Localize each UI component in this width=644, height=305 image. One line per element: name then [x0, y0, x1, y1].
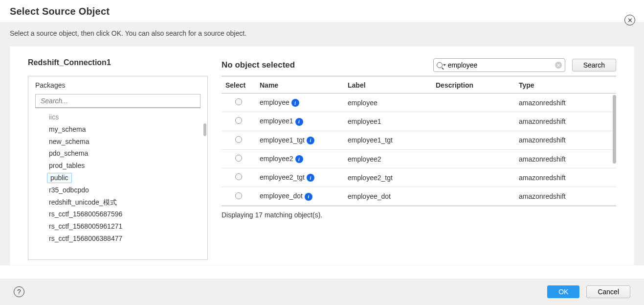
row-description: [432, 149, 515, 168]
main-panel: Redshift_Connection1 Packages iicsmy_sch…: [10, 46, 634, 265]
chevron-down-icon[interactable]: [443, 64, 446, 66]
table-row[interactable]: employee2_tgtiemployee2_tgtamazonredshif…: [222, 168, 616, 187]
packages-tree[interactable]: iicsmy_schemanew_schemapdo_schemaprod_ta…: [35, 111, 200, 259]
packages-column: Redshift_Connection1 Packages iicsmy_sch…: [28, 58, 208, 260]
table-scrollbar[interactable]: [613, 95, 616, 164]
row-label: employee1: [344, 112, 432, 131]
info-icon[interactable]: i: [307, 174, 314, 182]
dialog-subtitle: Select a source object, then click OK. Y…: [0, 23, 644, 46]
row-description: [432, 112, 515, 131]
row-type: amazonredshift: [515, 112, 616, 131]
info-icon[interactable]: i: [291, 99, 299, 107]
col-header-description: Description: [432, 76, 515, 94]
tree-item[interactable]: rs_cctf_1568005961271: [47, 220, 200, 233]
ok-button[interactable]: OK: [547, 285, 579, 298]
tree-item[interactable]: new_schema: [47, 136, 200, 148]
results-table: Select Name Label Description Type emplo…: [222, 76, 616, 206]
row-name: employee: [260, 98, 289, 106]
tree-item[interactable]: prod_tables: [47, 160, 200, 172]
row-type: amazonredshift: [515, 187, 616, 206]
tree-item[interactable]: rs_cctf_1568006388477: [47, 233, 200, 245]
table-row[interactable]: employeeiemployeeamazonredshift: [222, 94, 616, 112]
close-icon[interactable]: ✕: [624, 15, 635, 25]
object-search-input[interactable]: [448, 61, 553, 69]
tree-item[interactable]: rs_cctf_1568005687596: [47, 208, 200, 220]
search-button[interactable]: Search: [572, 59, 616, 71]
row-label: employee2_tgt: [344, 168, 432, 187]
tree-item[interactable]: redshift_unicode_模式: [47, 196, 200, 209]
dialog-footer: ? OK Cancel: [0, 279, 644, 305]
results-table-wrap: Select Name Label Description Type emplo…: [222, 76, 616, 206]
packages-search-input[interactable]: [35, 94, 200, 108]
row-description: [432, 168, 515, 187]
object-search-box: ✕: [433, 58, 565, 72]
table-row[interactable]: employee1_tgtiemployee1_tgtamazonredshif…: [222, 131, 616, 149]
row-type: amazonredshift: [515, 149, 616, 168]
result-summary: Displaying 17 matching object(s).: [222, 206, 616, 219]
dialog-title: Select Source Object: [0, 0, 644, 23]
row-name: employee1_tgt: [260, 136, 305, 144]
connection-name: Redshift_Connection1: [28, 58, 208, 67]
row-radio[interactable]: [235, 117, 242, 124]
table-row[interactable]: employee1iemployee1amazonredshift: [222, 112, 616, 131]
table-row[interactable]: employee_dotiemployee_dotamazonredshift: [222, 187, 616, 206]
row-radio[interactable]: [235, 173, 242, 180]
row-type: amazonredshift: [515, 94, 616, 112]
row-label: employee2: [344, 149, 432, 168]
info-icon[interactable]: i: [295, 118, 303, 126]
row-radio[interactable]: [235, 98, 242, 105]
objects-column: No object selected ✕ Search: [222, 58, 616, 260]
row-radio[interactable]: [235, 192, 242, 199]
clear-search-icon[interactable]: ✕: [555, 62, 562, 69]
packages-label: Packages: [35, 81, 200, 89]
row-description: [432, 131, 515, 149]
selection-heading: No object selected: [222, 60, 295, 70]
tree-scrollbar[interactable]: [203, 123, 206, 136]
info-icon[interactable]: i: [295, 155, 303, 163]
tree-item[interactable]: iics: [47, 111, 200, 123]
row-label: employee1_tgt: [344, 131, 432, 149]
row-name: employee2_tgt: [260, 173, 305, 181]
row-name: employee1: [260, 117, 293, 125]
col-header-name: Name: [256, 76, 344, 94]
tree-item[interactable]: public: [47, 173, 72, 183]
info-icon[interactable]: i: [305, 193, 312, 201]
row-description: [432, 94, 515, 112]
row-label: employee: [344, 94, 432, 112]
tree-item[interactable]: my_schema: [47, 123, 200, 136]
row-name: employee2: [260, 155, 293, 163]
tree-item[interactable]: pdo_schema: [47, 147, 200, 160]
help-icon[interactable]: ?: [14, 286, 24, 297]
table-row[interactable]: employee2iemployee2amazonredshift: [222, 149, 616, 168]
info-icon[interactable]: i: [307, 137, 314, 144]
tree-item[interactable]: r35_odbcpdo: [47, 184, 200, 196]
packages-box: Packages iicsmy_schemanew_schemapdo_sche…: [28, 76, 208, 260]
row-radio[interactable]: [235, 155, 242, 162]
search-icon[interactable]: [437, 62, 446, 68]
col-header-select: Select: [222, 76, 256, 94]
row-label: employee_dot: [344, 187, 432, 206]
cancel-button[interactable]: Cancel: [586, 285, 630, 298]
row-radio[interactable]: [235, 136, 242, 143]
row-name: employee_dot: [260, 192, 303, 200]
col-header-type: Type: [515, 76, 616, 94]
row-type: amazonredshift: [515, 131, 616, 149]
row-type: amazonredshift: [515, 168, 616, 187]
col-header-label: Label: [344, 76, 432, 94]
row-description: [432, 187, 515, 206]
